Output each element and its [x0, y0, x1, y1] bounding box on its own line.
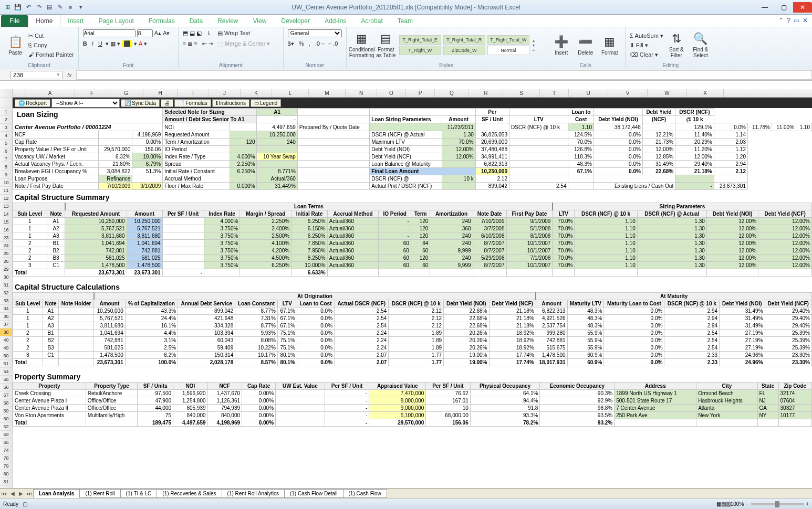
tab-insert[interactable]: Insert	[60, 15, 91, 27]
delete-cells-button[interactable]: ➖Delete	[575, 30, 597, 60]
qat-icon[interactable]: ▤	[45, 3, 54, 12]
window-options-icon[interactable]: ▭	[794, 17, 799, 24]
copy-icon: ⎘	[28, 42, 32, 48]
align-right-icon[interactable]: ≡	[194, 40, 197, 47]
clear-button[interactable]: ⌫Clear ▾	[630, 50, 663, 59]
tab-home[interactable]: Home	[28, 15, 60, 27]
group-clipboard: 📋Paste ✂Cut ⎘Copy 🖌Format Painter Clipbo…	[0, 27, 79, 69]
save-icon[interactable]: 💾	[14, 3, 22, 12]
ribbon: 📋Paste ✂Cut ⎘Copy 🖌Format Painter Clipbo…	[0, 27, 812, 69]
increase-decimal-icon[interactable]: .0→	[315, 40, 326, 47]
minimize-ribbon-icon[interactable]: ⌃	[778, 17, 784, 24]
style-scroll-up[interactable]: ▴	[533, 38, 535, 43]
title-bar: ⊞ 💾 ↶ ↷ ▤ ✎ ≡ ▾ UW_Center Avenue Portfol…	[0, 0, 812, 15]
tab-developer[interactable]: Developer	[274, 15, 317, 27]
merge-button[interactable]: ⬚ Merge & Center ▾	[218, 40, 270, 47]
sort-icon: ⇅	[672, 32, 681, 46]
tab-view[interactable]: View	[246, 15, 274, 27]
style-scroll-down[interactable]: ▾	[533, 43, 535, 48]
format-painter-button[interactable]: 🖌Format Painter	[28, 50, 74, 59]
ribbon-tabs: File Home Insert Page Layout Formulas Da…	[0, 15, 812, 27]
quick-access-toolbar: ⊞ 💾 ↶ ↷ ▤ ✎ ≡ ▾	[0, 3, 88, 12]
cell-style[interactable]: Normal	[487, 46, 529, 55]
tab-formulas[interactable]: Formulas	[141, 15, 182, 27]
window-title: UW_Center Avenue Portfolio_20120501.xls …	[0, 4, 812, 11]
insert-cells-button[interactable]: ➕Insert	[550, 30, 572, 60]
cell-style[interactable]: ZipCode_W	[443, 46, 485, 55]
group-editing: ΣAutoSum ▾ ⬇Fill ▾ ⌫Clear ▾ ⇅Sort & Filt…	[626, 27, 716, 69]
fx-icon[interactable]: fx	[63, 72, 76, 78]
decrease-decimal-icon[interactable]: ←.0	[327, 40, 338, 47]
border-icon[interactable]: ▦	[110, 40, 116, 47]
sort-filter-button[interactable]: ⇅Sort & Filter	[665, 30, 688, 60]
indent-increase-icon[interactable]: ⇥	[209, 40, 213, 47]
close-button[interactable]: ✕	[793, 2, 812, 13]
paste-icon: 📋	[8, 35, 23, 49]
cell-style[interactable]: T_Right_Total_R	[443, 35, 485, 45]
fill-color-icon[interactable]: ⬛	[122, 40, 132, 47]
find-icon: 🔍	[693, 32, 707, 46]
find-select-button[interactable]: 🔍Find & Select	[690, 30, 712, 60]
help-icon[interactable]: ?	[787, 17, 790, 24]
font-name-input[interactable]	[83, 29, 136, 37]
delete-icon: ➖	[578, 35, 592, 49]
format-as-table-button[interactable]: ▤Format as Table	[375, 30, 397, 60]
decrease-font-icon[interactable]: A▾	[163, 30, 170, 37]
font-size-input[interactable]	[137, 29, 153, 37]
currency-icon[interactable]: $▾	[288, 40, 294, 47]
cut-button[interactable]: ✂Cut	[28, 31, 74, 40]
group-cells: ➕Insert ➖Delete ▦Format Cells	[546, 27, 626, 69]
conditional-formatting-button[interactable]: ▦Conditional Formatting	[351, 30, 373, 60]
tab-acrobat[interactable]: Acrobat	[353, 15, 390, 27]
minimize-button[interactable]: —	[755, 2, 774, 13]
maximize-button[interactable]: ▢	[774, 2, 793, 13]
cell-style[interactable]: T_Right_W	[399, 46, 441, 55]
tab-addins[interactable]: Add-Ins	[317, 15, 353, 27]
align-middle-icon[interactable]: ⬓	[190, 30, 195, 37]
close-workbook-icon[interactable]: ✕	[803, 17, 808, 24]
group-styles: ▦Conditional Formatting ▤Format as Table…	[347, 27, 546, 69]
cell-style[interactable]: T_Right_Total_E	[399, 35, 441, 45]
tab-data[interactable]: Data	[182, 15, 210, 27]
paste-button[interactable]: 📋Paste	[4, 30, 26, 60]
align-bottom-icon[interactable]: ⬕	[196, 30, 202, 37]
scissors-icon: ✂	[28, 33, 33, 39]
percent-icon[interactable]: %	[299, 40, 304, 47]
formula-input[interactable]	[76, 70, 812, 80]
qat-icon[interactable]: ≡	[66, 3, 75, 12]
copy-button[interactable]: ⎘Copy	[28, 40, 74, 50]
tab-team[interactable]: Team	[390, 15, 420, 27]
align-top-icon[interactable]: ⬒	[183, 30, 188, 37]
fill-button[interactable]: ⬇Fill ▾	[630, 40, 663, 50]
qat-dropdown-icon[interactable]: ▾	[77, 3, 85, 12]
italic-button[interactable]: I	[92, 40, 93, 47]
cell-style[interactable]: T_Right_Total_W	[487, 35, 529, 45]
increase-font-icon[interactable]: A▴	[154, 30, 161, 37]
format-cells-button[interactable]: ▦Format	[599, 30, 621, 60]
excel-icon: ⊞	[3, 3, 12, 12]
autosum-button[interactable]: ΣAutoSum ▾	[630, 31, 663, 40]
name-box[interactable]: Z38▼	[11, 71, 63, 79]
font-color-icon[interactable]: A	[139, 40, 142, 47]
tab-file[interactable]: File	[1, 15, 28, 27]
tab-page-layout[interactable]: Page Layout	[91, 15, 141, 27]
undo-icon[interactable]: ↶	[24, 3, 33, 12]
number-format-select[interactable]: General	[288, 29, 342, 37]
tab-review[interactable]: Review	[210, 15, 245, 27]
underline-button[interactable]: U	[98, 40, 102, 47]
eraser-icon: ⌫	[630, 51, 638, 58]
orientation-icon[interactable]: ⤹	[206, 30, 211, 37]
bold-button[interactable]: B	[83, 40, 87, 47]
indent-decrease-icon[interactable]: ⇤	[202, 40, 207, 47]
comma-icon[interactable]: ,	[309, 40, 310, 47]
redo-icon[interactable]: ↷	[35, 3, 43, 12]
style-more[interactable]: ≡	[533, 48, 535, 52]
formula-bar: Z38▼ fx	[0, 69, 812, 81]
cf-icon: ▦	[356, 32, 367, 46]
insert-icon: ➕	[554, 35, 568, 49]
wrap-text-button[interactable]: ▤ Wrap Text	[217, 30, 250, 37]
qat-icon[interactable]: ✎	[56, 3, 64, 12]
align-center-icon[interactable]: ≣	[188, 40, 192, 47]
align-left-icon[interactable]: ≡	[183, 40, 186, 47]
group-alignment: ⬒⬓⬕ ⤹ ▤ Wrap Text ≡≣≡ ⇤⇥ ⬚ Merge & Cente…	[179, 27, 284, 69]
